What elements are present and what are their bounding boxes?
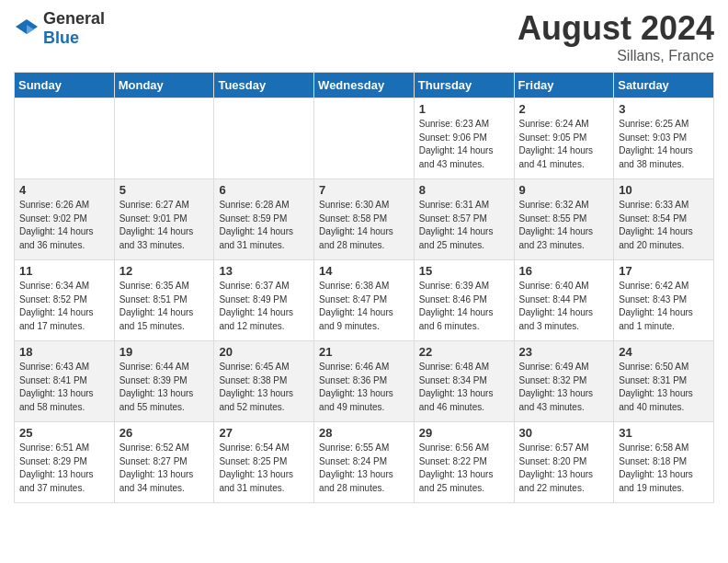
day-info: Sunrise: 6:57 AMSunset: 8:20 PMDaylight:… [519, 442, 609, 495]
day-info: Sunrise: 6:54 AMSunset: 8:25 PMDaylight:… [219, 442, 309, 495]
location-subtitle: Sillans, France [518, 48, 714, 64]
day-info: Sunrise: 6:23 AMSunset: 9:06 PMDaylight:… [419, 118, 509, 171]
day-number: 28 [319, 426, 409, 440]
calendar-cell [214, 98, 314, 179]
calendar-cell: 28 Sunrise: 6:55 AMSunset: 8:24 PMDaylig… [314, 422, 415, 503]
calendar-cell: 23 Sunrise: 6:49 AMSunset: 8:32 PMDaylig… [514, 341, 614, 422]
logo-text: General Blue [43, 9, 105, 48]
calendar-cell: 24 Sunrise: 6:50 AMSunset: 8:31 PMDaylig… [614, 341, 714, 422]
day-info: Sunrise: 6:35 AMSunset: 8:51 PMDaylight:… [119, 280, 210, 333]
day-info: Sunrise: 6:43 AMSunset: 8:41 PMDaylight:… [19, 361, 109, 414]
calendar-cell: 18 Sunrise: 6:43 AMSunset: 8:41 PMDaylig… [15, 341, 115, 422]
day-info: Sunrise: 6:46 AMSunset: 8:36 PMDaylight:… [319, 361, 409, 414]
day-info: Sunrise: 6:37 AMSunset: 8:49 PMDaylight:… [219, 280, 309, 333]
title-block: August 2024 Sillans, France [518, 9, 714, 64]
day-info: Sunrise: 6:58 AMSunset: 8:18 PMDaylight:… [619, 442, 709, 495]
logo-general: General [43, 9, 105, 28]
logo: General Blue [14, 9, 105, 48]
logo-icon [14, 17, 40, 40]
day-info: Sunrise: 6:38 AMSunset: 8:47 PMDaylight:… [319, 280, 409, 333]
calendar-body: 1 Sunrise: 6:23 AMSunset: 9:06 PMDayligh… [15, 98, 714, 503]
calendar-cell: 20 Sunrise: 6:45 AMSunset: 8:38 PMDaylig… [214, 341, 314, 422]
weekday-header-wednesday: Wednesday [314, 73, 415, 98]
calendar-cell: 6 Sunrise: 6:28 AMSunset: 8:59 PMDayligh… [214, 179, 314, 260]
day-info: Sunrise: 6:28 AMSunset: 8:59 PMDaylight:… [219, 199, 309, 252]
weekday-header-row: SundayMondayTuesdayWednesdayThursdayFrid… [15, 73, 714, 98]
logo-blue: Blue [43, 29, 79, 47]
day-number: 10 [619, 183, 709, 197]
day-info: Sunrise: 6:50 AMSunset: 8:31 PMDaylight:… [619, 361, 709, 414]
day-info: Sunrise: 6:45 AMSunset: 8:38 PMDaylight:… [219, 361, 309, 414]
calendar-week-3: 11 Sunrise: 6:34 AMSunset: 8:52 PMDaylig… [15, 260, 714, 341]
day-number: 23 [519, 345, 609, 359]
day-number: 17 [619, 264, 709, 278]
day-number: 8 [419, 183, 509, 197]
day-info: Sunrise: 6:44 AMSunset: 8:39 PMDaylight:… [119, 361, 210, 414]
calendar-cell: 22 Sunrise: 6:48 AMSunset: 8:34 PMDaylig… [414, 341, 514, 422]
calendar-cell: 5 Sunrise: 6:27 AMSunset: 9:01 PMDayligh… [114, 179, 214, 260]
calendar-cell: 8 Sunrise: 6:31 AMSunset: 8:57 PMDayligh… [414, 179, 514, 260]
calendar-cell: 14 Sunrise: 6:38 AMSunset: 8:47 PMDaylig… [314, 260, 415, 341]
calendar-cell [314, 98, 415, 179]
day-info: Sunrise: 6:33 AMSunset: 8:54 PMDaylight:… [619, 199, 709, 252]
day-number: 7 [319, 183, 409, 197]
weekday-header-monday: Monday [114, 73, 214, 98]
day-info: Sunrise: 6:42 AMSunset: 8:43 PMDaylight:… [619, 280, 709, 333]
calendar-cell: 29 Sunrise: 6:56 AMSunset: 8:22 PMDaylig… [414, 422, 514, 503]
calendar-cell: 16 Sunrise: 6:40 AMSunset: 8:44 PMDaylig… [514, 260, 614, 341]
calendar-cell: 3 Sunrise: 6:25 AMSunset: 9:03 PMDayligh… [614, 98, 714, 179]
calendar-cell: 15 Sunrise: 6:39 AMSunset: 8:46 PMDaylig… [414, 260, 514, 341]
calendar-week-1: 1 Sunrise: 6:23 AMSunset: 9:06 PMDayligh… [15, 98, 714, 179]
day-info: Sunrise: 6:31 AMSunset: 8:57 PMDaylight:… [419, 199, 509, 252]
day-number: 5 [119, 183, 210, 197]
calendar-cell: 1 Sunrise: 6:23 AMSunset: 9:06 PMDayligh… [414, 98, 514, 179]
day-number: 26 [119, 426, 210, 440]
calendar-week-4: 18 Sunrise: 6:43 AMSunset: 8:41 PMDaylig… [15, 341, 714, 422]
day-number: 27 [219, 426, 309, 440]
day-number: 19 [119, 345, 210, 359]
calendar-cell: 9 Sunrise: 6:32 AMSunset: 8:55 PMDayligh… [514, 179, 614, 260]
day-number: 30 [519, 426, 609, 440]
day-number: 22 [419, 345, 509, 359]
calendar-cell: 26 Sunrise: 6:52 AMSunset: 8:27 PMDaylig… [114, 422, 214, 503]
day-info: Sunrise: 6:34 AMSunset: 8:52 PMDaylight:… [19, 280, 109, 333]
weekday-header-tuesday: Tuesday [214, 73, 314, 98]
day-number: 20 [219, 345, 309, 359]
day-number: 1 [419, 102, 509, 116]
day-info: Sunrise: 6:27 AMSunset: 9:01 PMDaylight:… [119, 199, 210, 252]
day-number: 18 [19, 345, 109, 359]
day-info: Sunrise: 6:32 AMSunset: 8:55 PMDaylight:… [519, 199, 609, 252]
day-number: 9 [519, 183, 609, 197]
weekday-header-thursday: Thursday [414, 73, 514, 98]
calendar-cell: 12 Sunrise: 6:35 AMSunset: 8:51 PMDaylig… [114, 260, 214, 341]
day-number: 4 [19, 183, 109, 197]
day-info: Sunrise: 6:30 AMSunset: 8:58 PMDaylight:… [319, 199, 409, 252]
weekday-header-friday: Friday [514, 73, 614, 98]
calendar-cell [15, 98, 115, 179]
day-info: Sunrise: 6:26 AMSunset: 9:02 PMDaylight:… [19, 199, 109, 252]
weekday-header-sunday: Sunday [15, 73, 115, 98]
day-number: 31 [619, 426, 709, 440]
calendar-cell: 2 Sunrise: 6:24 AMSunset: 9:05 PMDayligh… [514, 98, 614, 179]
calendar-cell: 31 Sunrise: 6:58 AMSunset: 8:18 PMDaylig… [614, 422, 714, 503]
day-info: Sunrise: 6:52 AMSunset: 8:27 PMDaylight:… [119, 442, 210, 495]
day-number: 11 [19, 264, 109, 278]
day-number: 14 [319, 264, 409, 278]
day-number: 3 [619, 102, 709, 116]
calendar-cell: 21 Sunrise: 6:46 AMSunset: 8:36 PMDaylig… [314, 341, 415, 422]
calendar-cell: 4 Sunrise: 6:26 AMSunset: 9:02 PMDayligh… [15, 179, 115, 260]
day-info: Sunrise: 6:49 AMSunset: 8:32 PMDaylight:… [519, 361, 609, 414]
day-number: 21 [319, 345, 409, 359]
weekday-header-saturday: Saturday [614, 73, 714, 98]
calendar-cell: 19 Sunrise: 6:44 AMSunset: 8:39 PMDaylig… [114, 341, 214, 422]
day-info: Sunrise: 6:39 AMSunset: 8:46 PMDaylight:… [419, 280, 509, 333]
calendar-cell [114, 98, 214, 179]
day-number: 6 [219, 183, 309, 197]
calendar-cell: 27 Sunrise: 6:54 AMSunset: 8:25 PMDaylig… [214, 422, 314, 503]
day-number: 15 [419, 264, 509, 278]
day-info: Sunrise: 6:56 AMSunset: 8:22 PMDaylight:… [419, 442, 509, 495]
calendar-cell: 10 Sunrise: 6:33 AMSunset: 8:54 PMDaylig… [614, 179, 714, 260]
page-header: General Blue August 2024 Sillans, France [14, 9, 714, 64]
day-number: 25 [19, 426, 109, 440]
day-number: 2 [519, 102, 609, 116]
